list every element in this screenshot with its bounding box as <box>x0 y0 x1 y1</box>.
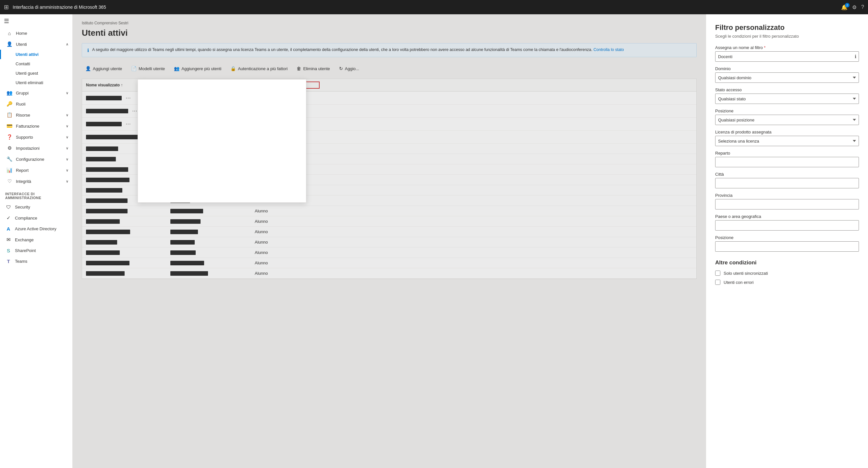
admin-section-title: Interfacce di amministrazione <box>0 187 72 202</box>
solo-sincronizzati-checkbox[interactable] <box>715 270 720 276</box>
input-info-icon: ℹ <box>855 54 856 59</box>
filter-name-group: Assegna un nome al filtro ℹ <box>715 45 859 62</box>
sidebar-item-security-label: Security <box>15 205 30 209</box>
groups-icon: 👥 <box>6 90 13 96</box>
notification-button[interactable]: 🔔 2 <box>841 4 847 10</box>
stato-accesso-select[interactable]: Qualsiasi stato <box>715 93 859 104</box>
licenza-group: Licenza di prodotto assegnata Seleziona … <box>715 129 859 146</box>
sidebar-item-fatturazione[interactable]: 💳 Fatturazione ∨ <box>0 120 72 131</box>
settings-nav-icon: ⚙ <box>6 145 13 151</box>
sidebar: ☰ ⌂ Home 👤 Utenti ∧ Utenti attivi Contat… <box>0 14 73 468</box>
sidebar-item-teams[interactable]: T Teams <box>0 256 72 267</box>
reparto-group: Reparto <box>715 151 859 167</box>
home-icon: ⌂ <box>6 31 13 36</box>
sidebar-item-gruppi-label: Gruppi <box>16 91 29 95</box>
licenza-select[interactable]: Seleziona una licenza <box>715 136 859 146</box>
paese-group: Paese o area geografica <box>715 214 859 231</box>
sidebar-item-configurazione[interactable]: 🔧 Configurazione ∨ <box>0 154 72 165</box>
filter-name-input[interactable] <box>715 51 859 62</box>
sidebar-item-integrità[interactable]: ♡ Integrità ∨ <box>0 176 72 187</box>
sidebar-subitem-utenti-attivi-label: Utenti attivi <box>16 52 39 57</box>
support-icon: ❓ <box>6 134 13 140</box>
filter-name-label: Assegna un nome al filtro <box>715 45 859 50</box>
sidebar-item-ruoli-label: Ruoli <box>16 101 26 107</box>
solo-sincronizzati-row: Solo utenti sincronizzati <box>715 270 859 276</box>
sharepoint-icon: S <box>5 248 12 253</box>
dominio-label: Dominio <box>715 66 859 71</box>
sidebar-subitem-utenti-eliminati-label: Utenti eliminati <box>16 80 43 85</box>
reparto-input[interactable] <box>715 157 859 167</box>
sidebar-item-sharepoint[interactable]: S SharePoint <box>0 245 72 256</box>
sidebar-item-exchange[interactable]: ✉ Exchange <box>0 234 72 245</box>
sidebar-item-report-label: Report <box>16 168 29 173</box>
sidebar-subitem-utenti-guest-label: Utenti guest <box>16 71 38 76</box>
config-icon: 🔧 <box>6 156 13 162</box>
provincia-group: Provincia <box>715 193 859 209</box>
panel-subtitle: Scegli le condizioni per il filtro perso… <box>715 34 859 39</box>
sidebar-subitem-utenti-attivi[interactable]: Utenti attivi <box>0 50 72 59</box>
sidebar-item-teams-label: Teams <box>15 259 27 264</box>
sidebar-item-compliance[interactable]: ✓ Compliance <box>0 212 72 224</box>
sidebar-item-utenti[interactable]: 👤 Utenti ∧ <box>0 39 72 50</box>
sidebar-item-home-label: Home <box>16 31 27 36</box>
provincia-input[interactable] <box>715 199 859 209</box>
panel-title: Filtro personalizzato <box>715 23 859 32</box>
posizione2-group: Posizione <box>715 235 859 252</box>
citta-input[interactable] <box>715 178 859 188</box>
chevron-down-icon-6: ∨ <box>66 157 68 162</box>
dominio-group: Dominio Qualsiasi dominio <box>715 66 859 83</box>
grid-icon[interactable]: ⊞ <box>4 4 9 11</box>
reparto-label: Reparto <box>715 151 859 155</box>
sidebar-item-integrità-label: Integrità <box>16 179 31 184</box>
compliance-icon: ✓ <box>5 215 12 221</box>
report-icon: 📊 <box>6 167 13 173</box>
sidebar-item-risorse-label: Risorse <box>16 113 30 118</box>
sidebar-item-report[interactable]: 📊 Report ∨ <box>0 165 72 176</box>
resources-icon: 📋 <box>6 112 13 118</box>
posizione-select[interactable]: Qualsiasi posizione <box>715 115 859 125</box>
sidebar-item-exchange-label: Exchange <box>15 237 34 242</box>
utenti-errori-checkbox[interactable] <box>715 280 720 285</box>
hamburger-button[interactable]: ☰ <box>0 14 72 28</box>
exchange-icon: ✉ <box>5 237 12 243</box>
app-title: Interfaccia di amministrazione di Micros… <box>13 4 837 10</box>
utenti-errori-label: Utenti con errori <box>723 280 753 285</box>
help-button[interactable]: ? <box>861 4 864 10</box>
billing-icon: 💳 <box>6 123 13 129</box>
roles-icon: 🔑 <box>6 101 13 107</box>
sidebar-item-supporto-label: Supporto <box>16 135 33 140</box>
chevron-down-icon: ∨ <box>66 91 68 95</box>
provincia-label: Provincia <box>715 193 859 198</box>
chevron-down-icon-2: ∨ <box>66 113 68 117</box>
solo-sincronizzati-label: Solo utenti sincronizzati <box>723 271 768 276</box>
sidebar-item-azure-ad[interactable]: A Azure Active Directory <box>0 224 72 234</box>
users-icon: 👤 <box>6 41 13 47</box>
posizione2-input[interactable] <box>715 241 859 252</box>
filter-name-wrapper: ℹ <box>715 51 859 62</box>
chevron-down-icon-8: ∨ <box>66 179 68 183</box>
paese-input[interactable] <box>715 220 859 231</box>
sidebar-item-supporto[interactable]: ❓ Supporto ∨ <box>0 131 72 143</box>
altre-condizioni-title: Altre condizioni <box>715 260 859 266</box>
topbar: ⊞ Interfaccia di amministrazione di Micr… <box>0 0 868 14</box>
sidebar-subitem-utenti-guest[interactable]: Utenti guest <box>0 68 72 78</box>
sidebar-subitem-contatti[interactable]: Contatti <box>0 59 72 68</box>
sidebar-item-impostazioni[interactable]: ⚙ Impostazioni ∨ <box>0 143 72 154</box>
sidebar-item-home[interactable]: ⌂ Home <box>0 28 72 39</box>
sidebar-item-utenti-label: Utenti <box>16 42 27 47</box>
sidebar-subitem-contatti-label: Contatti <box>16 61 30 66</box>
sidebar-item-ruoli[interactable]: 🔑 Ruoli <box>0 98 72 110</box>
sidebar-item-azure-label: Azure Active Directory <box>15 226 57 231</box>
sidebar-subitem-utenti-eliminati[interactable]: Utenti eliminati <box>0 78 72 87</box>
health-icon: ♡ <box>6 178 13 184</box>
paese-label: Paese o area geografica <box>715 214 859 219</box>
sidebar-item-gruppi[interactable]: 👥 Gruppi ∨ <box>0 87 72 98</box>
posizione-label: Posizione <box>715 109 859 113</box>
dominio-select[interactable]: Qualsiasi dominio <box>715 72 859 83</box>
sidebar-item-security[interactable]: 🛡 Security <box>0 202 72 212</box>
settings-button[interactable]: ⚙ <box>852 4 857 10</box>
sidebar-item-risorse[interactable]: 📋 Risorse ∨ <box>0 110 72 120</box>
filter-panel: Filtro personalizzato Scegli le condizio… <box>706 14 868 468</box>
content-area: Istituto Comprensivo Sestri Utenti attiv… <box>73 14 706 468</box>
chevron-up-icon: ∧ <box>66 42 68 47</box>
